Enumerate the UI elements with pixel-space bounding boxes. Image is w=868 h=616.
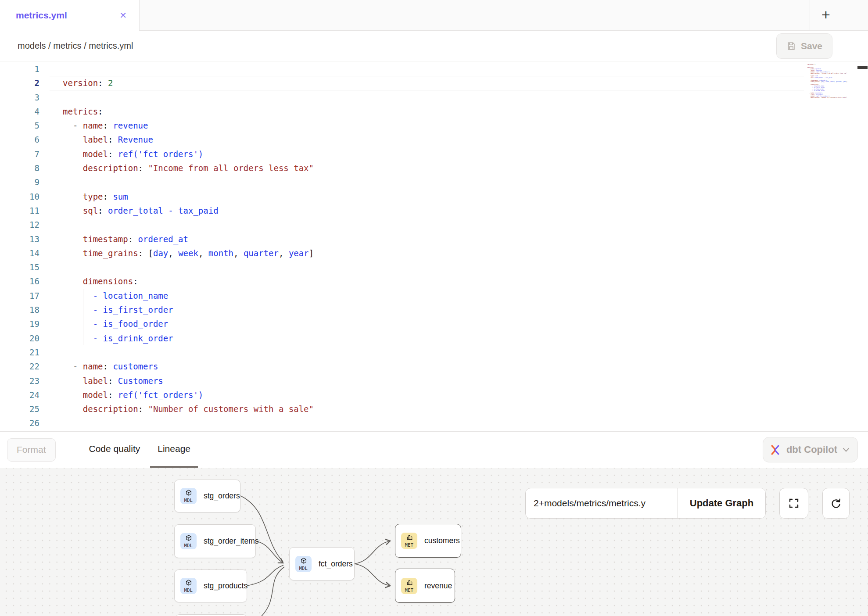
panel-tabs: Code qualityLineage: [82, 432, 198, 468]
badge-label: MET: [405, 543, 413, 548]
minimap-line: [807, 98, 852, 100]
code-line[interactable]: 9: [0, 175, 868, 189]
code-line[interactable]: 24model: ref('fct_orders'): [0, 388, 868, 402]
code-line[interactable]: 12: [0, 218, 868, 232]
metric-badge: MET: [401, 533, 417, 549]
code-line[interactable]: 2version: 2: [0, 76, 868, 90]
line-number: 12: [0, 218, 50, 232]
update-graph-button[interactable]: Update Graph: [678, 488, 765, 518]
code-line[interactable]: 21: [0, 345, 868, 359]
code-line-content: description: "Income from all orders les…: [50, 161, 804, 175]
code-line[interactable]: 4metrics:: [0, 104, 868, 118]
code-line-content: metrics:: [50, 104, 804, 118]
tab-lineage[interactable]: Lineage: [150, 432, 198, 468]
lineage-node-customers[interactable]: METcustomers: [395, 524, 461, 558]
code-line-content: version: 2: [50, 76, 804, 90]
code-line-content: model: ref('fct_orders'): [50, 147, 804, 161]
line-number: 19: [0, 317, 50, 331]
tab-metrics-yml[interactable]: metrics.yml ✕: [0, 0, 140, 31]
code-line-content: label: Revenue: [50, 133, 804, 147]
line-number: 8: [0, 161, 50, 175]
code-line[interactable]: 25description: "Number of customers with…: [0, 402, 868, 416]
dbt-copilot-button[interactable]: dbt Copilot: [763, 437, 858, 462]
code-line-content: [50, 345, 804, 359]
line-number: 13: [0, 232, 50, 246]
lineage-selector-input[interactable]: [526, 488, 678, 518]
lineage-node-revenue[interactable]: METrevenue: [395, 569, 455, 603]
code-line[interactable]: 18- is_first_order: [0, 303, 868, 317]
code-line-content: [50, 260, 804, 274]
edge-partial-to-fct_orders: [258, 567, 284, 616]
code-line-content: [50, 62, 804, 76]
badge-label: MDL: [184, 543, 193, 548]
code-line[interactable]: 15: [0, 260, 868, 274]
scrollbar-mark[interactable]: [857, 66, 868, 69]
code-line[interactable]: 19- is_food_order: [0, 317, 868, 331]
tab-bar: metrics.yml ✕ +: [0, 0, 868, 31]
node-label: stg_order_items: [204, 537, 266, 546]
ide-window: metrics.yml ✕ + models / metrics / metri…: [0, 0, 868, 616]
code-line[interactable]: 1: [0, 62, 868, 76]
model-badge: MDL: [180, 488, 197, 504]
save-button[interactable]: Save: [776, 33, 832, 59]
plus-icon: +: [821, 7, 830, 22]
code-line[interactable]: 7model: ref('fct_orders'): [0, 147, 868, 161]
code-line[interactable]: 16dimensions:: [0, 274, 868, 288]
line-number: 14: [0, 246, 50, 260]
cube-icon: [185, 489, 192, 498]
line-number: 2: [0, 76, 50, 90]
new-tab-button[interactable]: +: [810, 0, 868, 31]
toolbar-divider: [63, 432, 63, 468]
code-line[interactable]: 13timestamp: ordered_at: [0, 232, 868, 246]
code-line[interactable]: 3: [0, 90, 868, 104]
save-icon: [786, 41, 796, 51]
line-number: 11: [0, 204, 50, 218]
code-line[interactable]: 10type: sum: [0, 190, 868, 204]
lineage-canvas[interactable]: MDLstg_ordersMDLstg_order_itemsMDLstg_pr…: [0, 468, 868, 616]
code-line-content: [50, 90, 804, 104]
line-number: 25: [0, 402, 50, 416]
close-icon[interactable]: ✕: [117, 9, 129, 21]
line-number: 15: [0, 260, 50, 274]
node-label: revenue: [424, 581, 460, 591]
tab-title: metrics.yml: [16, 10, 67, 21]
code-line[interactable]: 17- location_name: [0, 289, 868, 303]
format-button[interactable]: Format: [7, 438, 56, 462]
lineage-node-stg_orders[interactable]: MDLstg_orders: [174, 480, 240, 512]
line-number: 3: [0, 90, 50, 104]
lineage-node-partial[interactable]: MDL: [175, 614, 247, 616]
cube-icon: [300, 557, 307, 566]
node-label: fct_orders: [319, 559, 361, 569]
bar-chart-icon: [406, 534, 413, 543]
code-line[interactable]: 11sql: order_total - tax_paid: [0, 204, 868, 218]
code-line[interactable]: 6label: Revenue: [0, 133, 868, 147]
code-line-content: time_grains: [day, week, month, quarter,…: [50, 246, 804, 260]
code-line[interactable]: 5- name: revenue: [0, 118, 868, 133]
code-line-content: dimensions:: [50, 274, 804, 288]
node-label: stg_products: [204, 581, 255, 591]
tab-code-quality[interactable]: Code quality: [82, 432, 148, 468]
fullscreen-button[interactable]: [779, 488, 808, 519]
code-line[interactable]: 26: [0, 416, 868, 430]
minimap[interactable]: version: 2 metrics: - name: revenue labe…: [807, 63, 852, 111]
line-number: 26: [0, 416, 50, 430]
line-number: 21: [0, 345, 50, 359]
model-badge: MDL: [295, 556, 312, 572]
lineage-node-stg_products[interactable]: MDLstg_products: [174, 569, 247, 602]
chevron-down-icon: [843, 448, 850, 452]
code-line[interactable]: 8description: "Income from all orders le…: [0, 161, 868, 175]
code-line[interactable]: 14time_grains: [day, week, month, quarte…: [0, 246, 868, 260]
code-editor[interactable]: 12version: 234metrics:5- name: revenue6l…: [0, 61, 868, 431]
code-line[interactable]: 23label: Customers: [0, 374, 868, 388]
lineage-controls: Update Graph: [525, 488, 766, 519]
code-line[interactable]: 20- is_drink_order: [0, 331, 868, 345]
code-line-content: label: Customers: [50, 374, 804, 388]
line-number: 10: [0, 190, 50, 204]
line-number: 23: [0, 374, 50, 388]
code-line[interactable]: 22- name: customers: [0, 359, 868, 373]
lineage-node-fct_orders[interactable]: MDLfct_orders: [289, 547, 355, 580]
code-line-content: - name: revenue: [50, 118, 804, 133]
code-line-content: - is_drink_order: [50, 331, 804, 345]
lineage-node-stg_order_items[interactable]: MDLstg_order_items: [174, 524, 256, 558]
refresh-button[interactable]: [822, 488, 850, 519]
